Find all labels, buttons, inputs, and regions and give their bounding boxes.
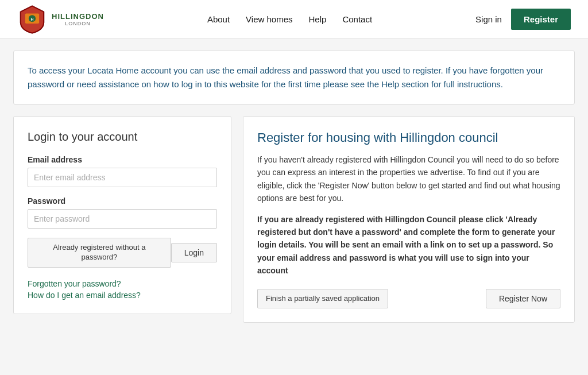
password-group: Password <box>28 196 217 229</box>
get-email-link[interactable]: How do I get an email address? <box>28 291 217 300</box>
logo-name: HILLINGDON <box>52 12 104 21</box>
already-registered-button[interactable]: Already registered without a password? <box>28 238 171 268</box>
svg-text:H: H <box>31 17 34 21</box>
register-desc-2-bold: If you are already registered with Hilli… <box>257 215 555 276</box>
header-actions: Sign in Register <box>475 9 571 30</box>
register-button[interactable]: Register <box>511 9 571 30</box>
main-content: To access your Locata Home account you c… <box>4 51 584 323</box>
logo: H HILLINGDON LONDON <box>17 5 104 34</box>
register-title: Register for housing with Hillingdon cou… <box>257 130 560 145</box>
login-links: Forgotten your password? How do I get an… <box>28 279 217 300</box>
cards-row: Login to your account Email address Pass… <box>13 116 575 323</box>
nav-help[interactable]: Help <box>309 14 327 24</box>
main-nav: About View homes Help Contact <box>207 14 372 24</box>
email-group: Email address <box>28 155 217 187</box>
email-label: Email address <box>28 155 217 164</box>
info-text: To access your Locata Home account you c… <box>28 64 560 91</box>
finish-application-button[interactable]: Finish a partially saved application <box>257 289 388 309</box>
logo-sub: LONDON <box>65 21 91 26</box>
login-actions: Already registered without a password? L… <box>28 238 217 268</box>
forgotten-password-link[interactable]: Forgotten your password? <box>28 279 217 288</box>
logo-icon: H <box>17 5 47 34</box>
nav-view-homes[interactable]: View homes <box>246 14 292 24</box>
register-desc-2: If you are already registered with Hilli… <box>257 213 560 277</box>
nav-contact[interactable]: Contact <box>342 14 372 24</box>
register-now-button[interactable]: Register Now <box>486 289 560 308</box>
login-button[interactable]: Login <box>171 243 217 262</box>
register-desc-1: If you haven't already registered with H… <box>257 153 560 205</box>
logo-text-block: HILLINGDON LONDON <box>52 12 104 27</box>
register-card: Register for housing with Hillingdon cou… <box>243 116 575 323</box>
password-label: Password <box>28 196 217 206</box>
info-box: To access your Locata Home account you c… <box>13 51 575 105</box>
signin-link[interactable]: Sign in <box>475 14 502 24</box>
register-actions: Finish a partially saved application Reg… <box>257 289 560 309</box>
header: H HILLINGDON LONDON About View homes Hel… <box>0 0 588 39</box>
password-input[interactable] <box>28 209 217 229</box>
email-input[interactable] <box>28 168 217 187</box>
login-title: Login to your account <box>28 130 217 144</box>
nav-about[interactable]: About <box>207 14 230 24</box>
login-card: Login to your account Email address Pass… <box>13 116 231 314</box>
